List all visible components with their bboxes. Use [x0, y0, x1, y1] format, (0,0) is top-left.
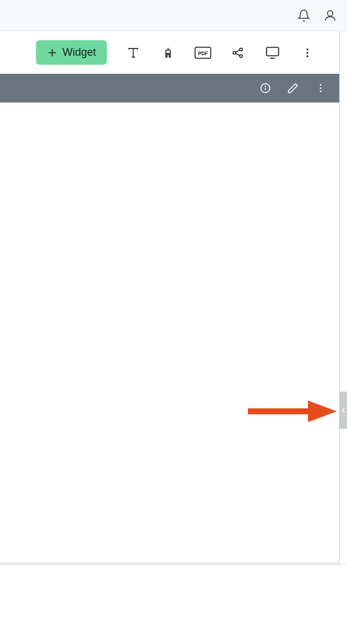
pdf-icon: PDF — [195, 46, 211, 59]
svg-point-17 — [265, 86, 266, 86]
svg-rect-11 — [267, 47, 279, 56]
panel-info-button[interactable] — [258, 81, 273, 95]
widget-button-label: Widget — [62, 46, 96, 59]
svg-point-14 — [307, 55, 309, 57]
pdf-export-button[interactable]: PDF — [195, 44, 211, 61]
app-header — [0, 0, 347, 31]
notifications-button[interactable] — [295, 7, 312, 24]
svg-point-8 — [240, 55, 243, 58]
svg-point-7 — [240, 48, 243, 51]
panel-edit-button[interactable] — [286, 81, 300, 95]
share-icon — [231, 46, 244, 59]
canvas-area[interactable] — [0, 103, 340, 564]
toolbar-more-button[interactable] — [299, 44, 316, 61]
presentation-button[interactable] — [264, 44, 281, 61]
svg-text:PDF: PDF — [198, 50, 208, 56]
plus-icon — [47, 47, 58, 58]
main-toolbar: Widget PDF — [0, 31, 347, 74]
info-icon — [259, 82, 271, 94]
share-button[interactable] — [229, 44, 246, 61]
profile-button[interactable] — [322, 7, 339, 24]
svg-point-18 — [320, 84, 322, 86]
svg-line-9 — [236, 50, 240, 52]
panel-header — [0, 74, 340, 103]
svg-point-13 — [307, 52, 309, 53]
text-tool-button[interactable] — [125, 44, 142, 61]
chevron-left-icon — [341, 407, 346, 414]
pencil-icon — [287, 82, 299, 94]
more-vertical-icon — [301, 47, 313, 59]
screen-icon — [265, 46, 280, 59]
user-icon — [324, 9, 337, 22]
bell-icon — [297, 9, 310, 22]
svg-point-6 — [233, 51, 236, 54]
svg-point-19 — [320, 88, 322, 89]
svg-point-20 — [320, 91, 322, 92]
brush-icon — [161, 46, 175, 59]
panel-more-button[interactable] — [313, 81, 328, 95]
more-vertical-icon — [315, 83, 326, 94]
svg-line-10 — [236, 53, 240, 55]
right-border — [339, 31, 340, 564]
text-icon — [127, 46, 140, 59]
bottom-area — [0, 564, 347, 644]
brush-tool-button[interactable] — [160, 44, 177, 61]
add-widget-button[interactable]: Widget — [36, 40, 107, 65]
collapse-panel-tab[interactable] — [339, 392, 347, 429]
svg-point-12 — [307, 48, 309, 50]
svg-point-0 — [327, 10, 333, 16]
svg-rect-3 — [166, 50, 170, 53]
